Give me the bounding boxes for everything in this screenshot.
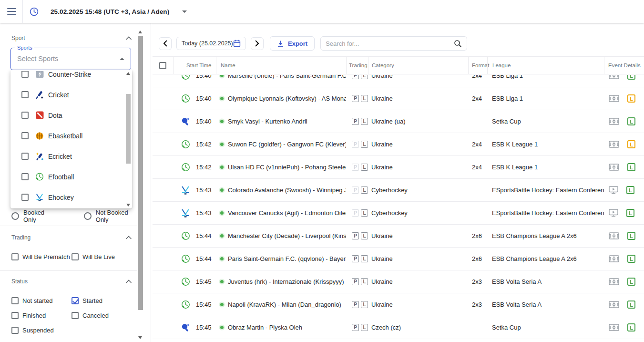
menu-icon[interactable] — [7, 8, 16, 15]
header-format[interactable]: Format — [468, 57, 487, 74]
live-indicator-badge[interactable]: L — [627, 94, 635, 103]
checkbox[interactable] — [21, 132, 29, 139]
event-row[interactable]: 15:45Napoli (KravaRK) - Milan (Dan_drago… — [153, 293, 644, 316]
checkbox-option[interactable]: Will Be Prematch — [11, 253, 72, 260]
event-row[interactable]: 15:42Ulsan HD FC (v1nniePuh) - Pohang St… — [153, 156, 644, 179]
event-row[interactable]: 15:40Olympique Lyonnais (Koftovsky) - AS… — [153, 87, 644, 110]
header-start-time[interactable]: Start Time — [173, 57, 216, 74]
sidebar-scrollbar[interactable] — [137, 23, 143, 342]
event-row[interactable]: 15:42Suwon FC (goldfer) - Gangwon FC (Kl… — [153, 133, 644, 156]
header-name[interactable]: Name — [216, 57, 346, 74]
header-category[interactable]: Category — [368, 57, 468, 74]
collapse-chevron-icon[interactable] — [126, 236, 132, 239]
live-indicator-badge[interactable]: L — [627, 75, 635, 80]
checkbox[interactable] — [72, 312, 79, 319]
scrollbar-thumb[interactable] — [138, 36, 143, 310]
checkbox-option[interactable]: Not started — [11, 297, 72, 304]
event-row[interactable]: 15:44Paris Saint-Germain F.C. (qqvlone) … — [153, 248, 644, 270]
trading-section-header[interactable]: Trading — [11, 234, 132, 241]
search-icon[interactable] — [454, 40, 462, 48]
export-button[interactable]: Export — [270, 36, 315, 51]
pitch-icon[interactable] — [609, 95, 619, 102]
live-indicator-badge[interactable]: L — [627, 301, 635, 309]
event-row[interactable]: 15:44Manchester City (Decade) - Liverpoo… — [153, 225, 644, 248]
event-row[interactable]: 15:45Obraz Martin - Plyska OlehPLCzech (… — [153, 316, 644, 339]
sports-select[interactable]: Sports Select Sports — [10, 48, 131, 70]
pitch-icon[interactable] — [609, 278, 619, 285]
live-indicator-badge[interactable]: L — [627, 255, 635, 263]
sport-option[interactable]: Ehockey — [10, 187, 124, 207]
scroll-up-arrow[interactable] — [126, 72, 130, 75]
event-row[interactable]: 15:40Marseille (Uncle) - Paris Saint-Ger… — [153, 75, 644, 87]
pitch-icon[interactable] — [609, 232, 619, 239]
sport-option[interactable]: Ecricket — [10, 146, 124, 166]
topbar-datetime[interactable]: 25.02.2025 15:48 (UTC +3, Asia / Aden) — [51, 8, 169, 15]
scrollbar-thumb[interactable] — [126, 94, 131, 164]
prev-day-button[interactable] — [159, 37, 172, 50]
pitch-icon[interactable] — [609, 75, 619, 79]
checkbox[interactable] — [21, 173, 29, 180]
scroll-down-arrow[interactable] — [126, 204, 130, 207]
monitor-play-icon[interactable] — [609, 186, 618, 194]
header-league[interactable]: League — [487, 57, 604, 74]
live-indicator-badge[interactable]: L — [627, 163, 635, 171]
sport-option[interactable]: Dota — [10, 105, 124, 125]
header-trading[interactable]: Trading — [346, 57, 368, 74]
checkbox[interactable] — [21, 112, 29, 119]
checkbox-option[interactable]: Will Be Live — [72, 253, 134, 260]
pitch-icon[interactable] — [609, 118, 619, 125]
live-indicator-badge[interactable]: L — [627, 140, 635, 148]
checkbox[interactable] — [72, 253, 79, 260]
pitch-icon[interactable] — [609, 141, 619, 148]
checkbox[interactable] — [21, 153, 29, 160]
event-row[interactable]: 15:43Vancouver Canucks (Agil) - Edmonton… — [153, 202, 644, 225]
checkbox[interactable] — [72, 297, 79, 304]
dropdown-scrollbar[interactable] — [125, 72, 131, 207]
live-indicator-badge[interactable]: L — [626, 209, 634, 217]
pitch-icon[interactable] — [609, 324, 619, 331]
checkbox-option[interactable]: Finished — [11, 312, 72, 319]
sport-option[interactable]: Efootball — [10, 166, 124, 187]
sport-option[interactable]: Cricket — [10, 84, 124, 105]
pitch-icon[interactable] — [609, 301, 619, 308]
monitor-play-icon[interactable] — [609, 209, 618, 217]
header-event-details[interactable]: Event Details — [604, 57, 644, 74]
live-indicator-badge[interactable]: L — [627, 117, 635, 125]
sport-option[interactable]: Ebasketball — [10, 125, 124, 146]
checkbox[interactable] — [21, 71, 29, 78]
checkbox-option[interactable]: Started — [72, 297, 134, 304]
live-indicator-badge[interactable]: L — [627, 278, 635, 286]
checkbox-option[interactable]: Suspended — [11, 327, 72, 334]
checkbox[interactable] — [11, 327, 19, 334]
collapse-chevron-icon[interactable] — [126, 280, 132, 283]
sport-section-header[interactable]: Sport — [11, 35, 132, 41]
event-row[interactable]: 15:45Juventus (hrk) - Internazionale (Kr… — [153, 270, 644, 293]
checkbox[interactable] — [11, 297, 19, 304]
radio-option[interactable]: Booked Only — [11, 209, 56, 223]
sport-option[interactable]: Counter-Strike — [10, 71, 124, 84]
scroll-down-arrow[interactable] — [138, 336, 142, 339]
live-indicator-badge[interactable]: L — [626, 186, 634, 194]
checkbox[interactable] — [11, 312, 19, 319]
event-row[interactable]: 15:43Colorado Avalanche (Swoosh) - Winni… — [153, 179, 644, 202]
next-day-button[interactable] — [251, 37, 264, 50]
collapse-chevron-icon[interactable] — [126, 36, 132, 40]
select-all-checkbox[interactable] — [159, 62, 166, 69]
pitch-icon[interactable] — [609, 255, 619, 262]
radio-button[interactable] — [84, 212, 92, 220]
radio-button[interactable] — [11, 212, 19, 220]
live-indicator-badge[interactable]: L — [627, 323, 635, 332]
status-section-header[interactable]: Status — [11, 278, 132, 285]
live-indicator-badge[interactable]: L — [627, 232, 635, 240]
checkbox[interactable] — [21, 194, 29, 201]
radio-option[interactable]: Not Booked Only — [84, 209, 139, 223]
chevron-down-icon[interactable] — [182, 10, 187, 13]
checkbox-option[interactable]: Canceled — [72, 312, 134, 319]
checkbox[interactable] — [11, 253, 19, 260]
date-picker[interactable]: Today (25.02.2025) — [176, 37, 246, 50]
checkbox[interactable] — [21, 91, 29, 98]
search-input[interactable] — [326, 40, 454, 47]
scroll-up-arrow[interactable] — [138, 31, 142, 33]
event-row[interactable]: 15:40Smyk Vasyl - Kurtenko AndriiPLUkrai… — [153, 110, 644, 133]
pitch-icon[interactable] — [609, 164, 619, 171]
